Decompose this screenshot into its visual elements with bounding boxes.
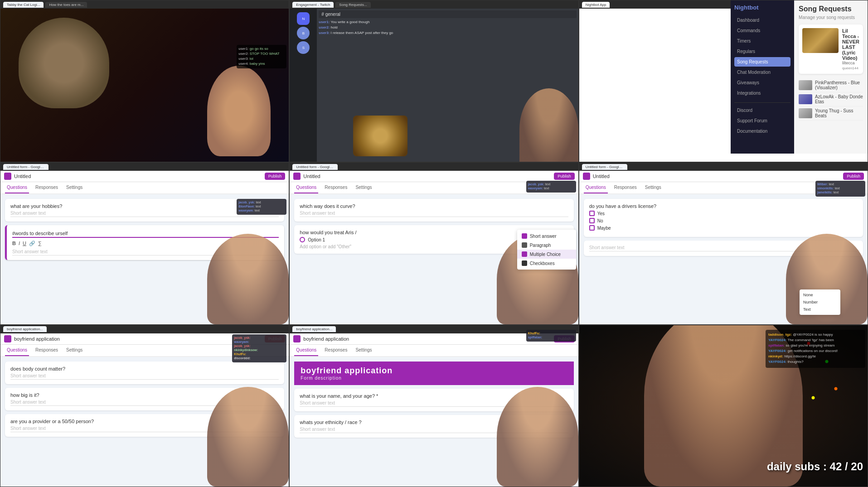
browser-tab-1[interactable]: Tabby the Cat Logi... [3, 2, 44, 8]
tab-questions-4[interactable]: Questions [5, 182, 29, 193]
server-icon-3[interactable]: S [297, 41, 310, 54]
br-chat-line-4: YAYF0024: get notifications on our disco… [768, 349, 863, 353]
tab-questions-7[interactable]: Questions [5, 345, 29, 356]
song-info: Lil Tecca - NEVER LAST (Lyric Video) lil… [842, 28, 859, 70]
tab-responses-4[interactable]: Responses [34, 182, 60, 193]
browser-tab-discord[interactable]: Engagement - Twitch [292, 2, 334, 8]
queue-thumb-2 [799, 94, 812, 104]
nav-item-timers[interactable]: Timers [734, 36, 790, 46]
bold-btn[interactable]: B [12, 241, 16, 246]
nav-item-integrations[interactable]: Integrations [734, 88, 790, 98]
nav-item-support[interactable]: Support Forum [734, 116, 790, 125]
food-image [353, 116, 407, 156]
bf-app-description[interactable]: Form description [301, 376, 567, 381]
publish-button-4[interactable]: Publish [265, 173, 286, 180]
tab-google-form-6[interactable]: Untitled form - Google... [582, 164, 627, 170]
browser-bar-6: Untitled form - Google... [579, 163, 868, 171]
browser-bar-4: Untitled form - Google... [0, 163, 289, 171]
form-title-7[interactable]: boyfriend application [14, 336, 60, 342]
formula-btn[interactable]: ∑ [38, 241, 42, 246]
dropdown-item-short[interactable]: Short answer [517, 231, 576, 241]
nav-item-chat-moderation[interactable]: Chat Moderation [734, 68, 790, 77]
nav-item-dashboard[interactable]: Dashboard [734, 15, 790, 25]
nav-item-documentation[interactable]: Documentation [734, 126, 790, 136]
browser-bar-5: Untitled form - Google... [290, 163, 578, 171]
tab-google-form-4[interactable]: Untitled form - Google... [3, 164, 48, 170]
chat-floating-7: jacob_ysk: waxeyam: jacob_ysk: nkinkydin… [232, 334, 286, 362]
dropdown-item-checkboxes[interactable]: Checkboxes [517, 259, 576, 268]
form-title-5[interactable]: Untitled [303, 174, 320, 179]
tab-responses-8[interactable]: Responses [323, 345, 349, 356]
queue-title-2: AzLowAk - Baby Donde Etas [815, 94, 863, 104]
tab-responses-6[interactable]: Responses [612, 182, 639, 193]
sdd-number[interactable]: Number [800, 299, 840, 306]
discord-username-3: user3: [319, 31, 330, 35]
form-cell-4: Untitled form - Google... Untitled Publi… [0, 162, 289, 324]
underline-btn[interactable]: U [23, 241, 26, 246]
cf-line-3: waxeyam: text [238, 209, 285, 212]
nightbot-layout: Nightbot Dashboard Commands Timers Regul… [731, 0, 868, 154]
server-icon-2[interactable]: B [297, 27, 310, 39]
cf7-line-5: KhufFu: [234, 352, 285, 356]
link-btn[interactable]: 🔗 [29, 241, 35, 246]
tab-questions-8[interactable]: Questions [294, 345, 318, 356]
form-tabs-8: Questions Responses Settings [290, 345, 578, 357]
italic-btn[interactable]: I [19, 241, 20, 246]
dropdown-item-multiple[interactable]: Multiple Choice [517, 250, 576, 259]
tab-settings-5[interactable]: Settings [354, 182, 373, 193]
dropdown-item-paragraph[interactable]: Paragraph [517, 241, 576, 250]
tab-responses-5[interactable]: Responses [323, 182, 349, 193]
question-card-5-1: which way does it curve? Short answer te… [294, 199, 573, 222]
tab-responses-7[interactable]: Responses [34, 345, 60, 356]
form-title-4[interactable]: Untitled [14, 174, 31, 179]
current-song-card: Lil Tecca - NEVER LAST (Lyric Video) lil… [799, 24, 863, 74]
checkbox-maybe[interactable] [589, 225, 595, 231]
radio-circle-5-1[interactable] [300, 237, 305, 242]
sdd-text[interactable]: Text [800, 306, 840, 313]
publish-button-5[interactable]: Publish [554, 173, 575, 180]
browser-tab-extra[interactable]: Song Requests... [335, 2, 370, 8]
chat-floating-8: KhufFu: spiffatan: [526, 330, 576, 342]
nav-item-regulars[interactable]: Regulars [734, 47, 790, 56]
streamer-person-4 [207, 234, 289, 324]
tab-questions-6[interactable]: Questions [584, 182, 608, 193]
stream-cell-topleft: Tabby the Cat Logi... How the toes are m… [0, 0, 289, 162]
tab-settings-6[interactable]: Settings [643, 182, 663, 193]
question-type-dropdown: Short answer Paragraph Multiple Choice C… [517, 230, 576, 270]
tab-settings-7[interactable]: Settings [64, 345, 84, 356]
browser-tab-nightbot[interactable]: Nightbot App [582, 2, 610, 8]
br-chat-line-3: spiffatan: so glad you're enjoying strea… [768, 343, 863, 347]
server-icon-1[interactable]: N [297, 12, 310, 25]
sdd-none[interactable]: None [800, 291, 840, 299]
queue-title-3: Young Thug - Suss Beats [815, 108, 863, 118]
publish-button-6[interactable]: Publish [843, 173, 864, 180]
br-username-6: YAYF0024: [768, 360, 786, 364]
tab-bf-app-8[interactable]: boyfriend application... [292, 326, 336, 332]
form-icon-8 [293, 335, 301, 342]
nav-item-song-requests[interactable]: Song Requests [734, 57, 790, 67]
tab-google-form-5[interactable]: Untitled form - Google... [292, 164, 338, 170]
br-text-5: https://discord.gg/te [784, 354, 816, 358]
stream-background-1: user1: go go its so user2: STOP TOO WHAT… [0, 9, 289, 162]
tab-settings-4[interactable]: Settings [64, 182, 84, 193]
form-title-8[interactable]: boyfriend application [303, 336, 349, 342]
song-requested-by: queen144 [842, 66, 859, 70]
cf6-line-2: simonkills: text [817, 187, 863, 190]
chat-floating-6: Wilber: text simonkills: text jamelkills… [815, 181, 865, 197]
tab-settings-8[interactable]: Settings [354, 345, 373, 356]
form-title-6[interactable]: Untitled [593, 174, 610, 179]
cf8-line-1: KhufFu: [528, 332, 574, 335]
nav-item-commands[interactable]: Commands [734, 26, 790, 35]
checkbox-no[interactable] [589, 218, 595, 223]
cf6-line-3: jamelkills: text [817, 191, 863, 194]
checkbox-label-no: No [597, 218, 603, 223]
nav-item-giveaways[interactable]: Giveaways [734, 78, 790, 87]
bf-app-header: boyfriend application Form description [294, 362, 573, 385]
browser-tab-2[interactable]: How the toes are m... [45, 2, 87, 8]
checkbox-yes[interactable] [589, 211, 595, 216]
form-icon-4 [4, 173, 11, 180]
nav-item-discord[interactable]: Discord [734, 106, 790, 115]
tab-questions-5[interactable]: Questions [294, 182, 318, 193]
tab-bf-app-7[interactable]: boyfriend application... [3, 326, 47, 332]
br-username-2: YAYF0024: [768, 338, 786, 342]
